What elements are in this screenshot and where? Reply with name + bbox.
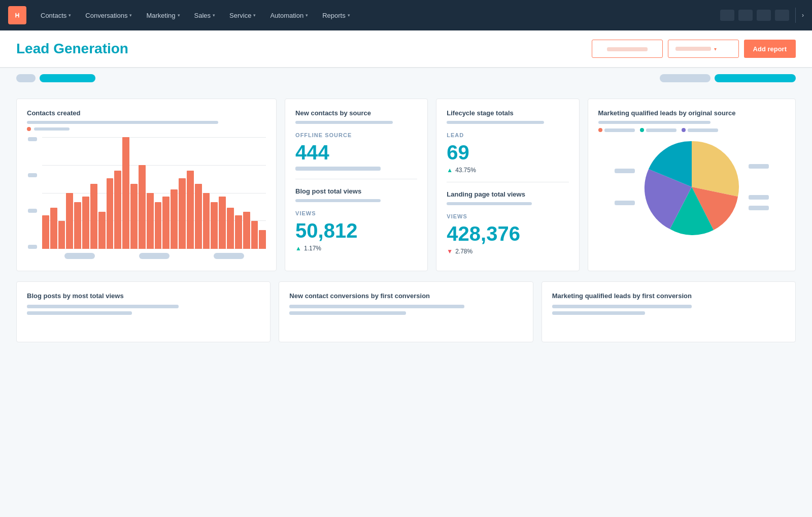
lifecycle-title: Lifecycle stage totals [447, 109, 568, 117]
page-title: Lead Generation [16, 41, 128, 57]
bar [130, 184, 138, 249]
nav-icon-group [720, 10, 789, 21]
new-conversions-card: New contact conversions by first convers… [279, 281, 533, 342]
nav-marketing[interactable]: Marketing ▾ [140, 0, 186, 30]
pie-label-right-2 [749, 195, 769, 200]
filter-pill-teal-2[interactable] [715, 74, 796, 82]
new-contacts-label: OFFLINE SOURCE [295, 132, 417, 138]
pie-chart-area [598, 136, 785, 238]
filter-button[interactable] [592, 40, 663, 58]
new-contacts-card: New contacts by source OFFLINE SOURCE 44… [285, 99, 428, 271]
pie-label-right-3 [749, 206, 769, 210]
nav-icon-4[interactable] [775, 10, 789, 21]
filter-bar-right [660, 74, 796, 82]
subtitle-bar-1 [27, 121, 218, 124]
bar [139, 165, 146, 249]
bar [74, 202, 81, 249]
page-header: Lead Generation ▾ Add report [0, 30, 812, 68]
filter-bar-left [16, 74, 95, 82]
chevron-down-icon: ▾ [348, 13, 350, 18]
navbar: Contacts ▾ Conversations ▾ Marketing ▾ S… [0, 0, 812, 30]
legend-dot-3 [682, 128, 686, 132]
down-triangle-icon: ▼ [447, 248, 453, 255]
bar [219, 197, 226, 249]
blog-views-title: Blog post total views [295, 187, 417, 195]
x-label [64, 253, 95, 259]
bar [98, 212, 106, 249]
nav-service[interactable]: Service ▾ [223, 0, 262, 30]
new-conversions-title: New contact conversions by first convers… [289, 292, 522, 300]
y-label [28, 245, 37, 249]
new-contacts-top: New contacts by source OFFLINE SOURCE 44… [295, 109, 417, 179]
nav-automation[interactable]: Automation ▾ [264, 0, 314, 30]
bar [195, 184, 202, 249]
bar [251, 221, 258, 249]
up-arrow-icon: ▲ [295, 245, 301, 252]
nav-sales[interactable]: Sales ▾ [188, 0, 222, 30]
subtitle-bar-4 [447, 121, 544, 124]
nav-icon-3[interactable] [757, 10, 771, 21]
nav-reports[interactable]: Reports ▾ [316, 0, 356, 30]
filter-pill-gray-1[interactable] [16, 74, 36, 82]
nav-contacts[interactable]: Contacts ▾ [35, 0, 77, 30]
pie-labels-left [615, 169, 635, 205]
subtitle-bar-3 [295, 199, 381, 202]
chevron-down-icon: ▾ [69, 13, 71, 18]
lifecycle-change: ▲ 43.75% [447, 167, 568, 174]
mql-first-title: Marketing qualified leads by first conve… [552, 292, 785, 300]
mql-card: Marketing qualified leads by original so… [588, 99, 796, 271]
nav-icon-2[interactable] [738, 10, 753, 21]
subtitle-bar-5 [447, 202, 532, 205]
y-label [28, 137, 37, 141]
lifecycle-label: LEAD [447, 132, 568, 138]
legend-label-1 [604, 128, 635, 132]
pie-legend-row [598, 128, 785, 132]
y-label [28, 173, 37, 177]
new-contacts-value: 444 [295, 142, 417, 163]
y-axis [28, 137, 37, 249]
dashboard: Contacts created [0, 88, 812, 352]
nav-conversations[interactable]: Conversations ▾ [79, 0, 138, 30]
bar-x-labels [42, 253, 266, 259]
bar [114, 171, 121, 249]
bar [227, 208, 234, 249]
skeleton-bar-1 [27, 305, 179, 308]
pie-label-left-1 [615, 169, 635, 173]
bars-container [42, 137, 266, 249]
date-filter-button[interactable]: ▾ [668, 40, 739, 58]
legend-label-3 [688, 128, 718, 132]
filter-pill-teal-1[interactable] [40, 74, 95, 82]
legend-dot-red [27, 127, 31, 131]
landing-views-label: VIEWS [447, 213, 568, 219]
landing-views-section: Landing page total views VIEWS 428,376 ▼… [447, 190, 568, 255]
legend-row [27, 127, 266, 131]
landing-views-change: ▼ 2.78% [447, 248, 568, 255]
filter-pill-gray-2[interactable] [660, 74, 710, 82]
new-contacts-bar [295, 167, 381, 171]
mql-first-card: Marketing qualified leads by first conve… [542, 281, 796, 342]
nav-icon-1[interactable] [720, 10, 734, 21]
bar [66, 193, 73, 249]
bar [82, 197, 89, 249]
landing-views-title: Landing page total views [447, 190, 568, 198]
lifecycle-top: Lifecycle stage totals LEAD 69 ▲ 43.75% [447, 109, 568, 182]
mql-title: Marketing qualified leads by original so… [598, 109, 785, 117]
chevron-down-icon: ▾ [178, 13, 180, 18]
chevron-down-icon: ▾ [306, 13, 308, 18]
blog-posts-title: Blog posts by most total views [27, 292, 260, 300]
bar [211, 202, 218, 249]
bar [58, 221, 65, 249]
add-report-button[interactable]: Add report [744, 40, 796, 58]
bar [171, 189, 178, 249]
nav-collapse-arrow[interactable]: › [802, 12, 804, 19]
bar [235, 215, 242, 249]
hubspot-logo[interactable] [8, 6, 26, 24]
bar [107, 178, 114, 249]
chevron-down-icon: ▾ [129, 13, 132, 18]
bar [179, 178, 186, 249]
bar [187, 171, 194, 249]
top-row: Contacts created [16, 99, 796, 271]
bar [42, 215, 49, 249]
legend-dot-2 [640, 128, 644, 132]
bar [50, 208, 57, 249]
